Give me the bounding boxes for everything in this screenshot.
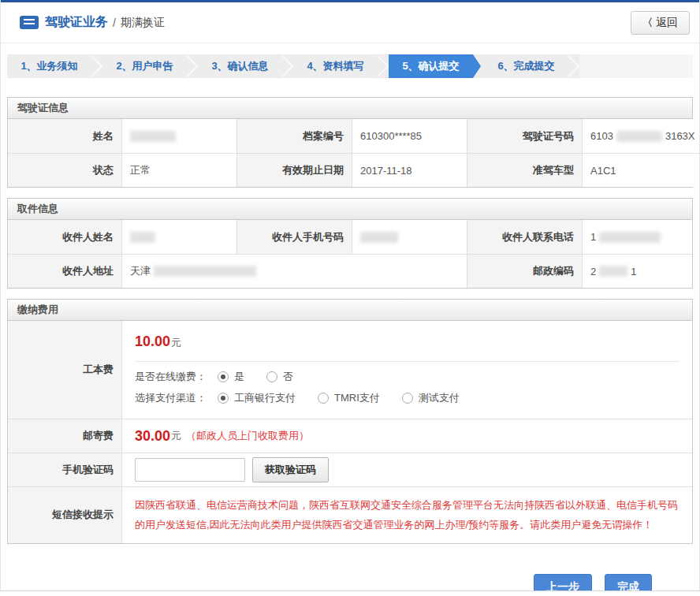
previous-step-button[interactable]: 上一步: [534, 574, 592, 591]
page: 驾驶证业务 / 期满换证 〈 返回 1、业务须知 2、用户申告 3、确认信息 4…: [0, 0, 700, 591]
sms-code-label: 手机验证码: [8, 453, 121, 486]
radio-icon[interactable]: [218, 371, 229, 382]
recipient-phone-value: 1: [582, 220, 692, 254]
get-code-button[interactable]: 获取验证码: [252, 457, 329, 482]
fees-header: 缴纳费用: [8, 300, 692, 321]
pickup-info-section: 取件信息 收件人姓名 收件人手机号码 收件人联系电话 1 收件人地址 天津 邮政…: [7, 198, 693, 289]
production-fee-amount: 10.00: [135, 333, 170, 349]
redacted-name: [130, 131, 176, 142]
step-separator-icon: [91, 54, 102, 78]
redacted-recipient-mobile: [360, 232, 398, 243]
production-fee-amount-row: 10.00元: [135, 329, 680, 362]
license-info-header: 驾驶证信息: [8, 98, 692, 119]
radio-icon[interactable]: [266, 371, 277, 382]
redacted-recipient-name: [130, 232, 155, 243]
step-tab-3[interactable]: 3、确认信息: [198, 54, 282, 78]
back-arrow-icon: 〈: [642, 16, 653, 30]
radio-icon[interactable]: [318, 393, 329, 404]
name-value: [121, 119, 236, 153]
recipient-name-value: [121, 220, 236, 254]
online-payment-row: 是否在线缴费： 是 否: [135, 370, 680, 384]
recipient-address-prefix: 天津: [130, 264, 151, 278]
channel-tmri-label: TMRI支付: [334, 391, 380, 405]
expiry-value: 2017-11-18: [352, 153, 467, 187]
mail-fee-amount: 30.00: [135, 428, 170, 445]
step-tab-1[interactable]: 1、业务须知: [7, 54, 91, 78]
mail-fee-unit: 元: [171, 429, 181, 443]
header: 驾驶证业务 / 期满换证 〈 返回: [1, 2, 699, 43]
step-separator-icon: [568, 54, 579, 78]
radio-icon[interactable]: [218, 393, 229, 404]
channel-test-option[interactable]: 测试支付: [402, 391, 460, 405]
online-pay-no-label: 否: [283, 370, 293, 384]
online-pay-yes-option[interactable]: 是: [218, 370, 244, 384]
step-tab-5-active[interactable]: 5、确认提交: [389, 54, 473, 78]
postal-code-label: 邮政编码: [467, 254, 582, 288]
fees-table: 工本费 10.00元 是否在线缴费： 是 否 选: [8, 321, 692, 543]
recipient-name-label: 收件人姓名: [8, 220, 121, 254]
payment-channel-question: 选择支付渠道：: [135, 391, 207, 405]
step-separator-icon: [378, 54, 389, 78]
sms-code-cell: 获取验证码: [121, 453, 692, 486]
sms-code-input[interactable]: [135, 458, 245, 482]
sms-tip-text: 因陕西省联通、电信运营商技术问题，陕西省互联网交通安全综合服务管理平台无法向持陕…: [135, 495, 680, 535]
channel-test-label: 测试支付: [419, 391, 460, 405]
online-pay-no-option[interactable]: 否: [266, 370, 293, 384]
radio-icon[interactable]: [402, 393, 413, 404]
redacted-license-no: [616, 131, 662, 142]
production-fee-unit: 元: [171, 337, 181, 348]
mail-fee-value: 30.00元 （邮政人员上门收取费用）: [121, 419, 692, 453]
recipient-mobile-label: 收件人手机号码: [236, 220, 352, 254]
vehicle-class-value: A1C1: [582, 153, 700, 187]
mail-fee-label: 邮寄费: [8, 419, 121, 453]
redacted-recipient-address: [154, 266, 256, 277]
license-no-label: 驾驶证号码: [467, 119, 582, 153]
channel-icbc-option[interactable]: 工商银行支付: [218, 391, 296, 405]
step-bar-filler: [579, 54, 693, 78]
online-payment-question: 是否在线缴费：: [135, 370, 207, 384]
step-bar: 1、业务须知 2、用户申告 3、确认信息 4、资料填写 5、确认提交 6、完成提…: [7, 54, 693, 78]
expiry-label: 有效期止日期: [236, 153, 352, 187]
status-value: 正常: [121, 153, 236, 187]
file-no-value: 610300****85: [352, 119, 467, 153]
step-separator-icon: [187, 54, 198, 78]
postal-code-suffix: 1: [631, 266, 636, 278]
recipient-address-label: 收件人地址: [8, 254, 121, 288]
license-info-table: 姓名 档案编号 610300****85 驾驶证号码 6103 3163X 状态…: [8, 119, 692, 187]
name-label: 姓名: [8, 119, 121, 153]
file-no-label: 档案编号: [236, 119, 352, 153]
channel-icbc-label: 工商银行支付: [234, 391, 296, 405]
step-tab-4[interactable]: 4、资料填写: [293, 54, 378, 78]
recipient-phone-label: 收件人联系电话: [467, 220, 582, 254]
redacted-postal-code: [599, 266, 627, 277]
status-label: 状态: [8, 153, 121, 187]
recipient-address-value: 天津: [121, 254, 467, 288]
production-fee-label: 工本费: [8, 321, 121, 419]
step-tab-6[interactable]: 6、完成提交: [484, 54, 568, 78]
postal-code-value: 2 1: [582, 254, 692, 288]
production-fee-value: 10.00元 是否在线缴费： 是 否 选择支付渠道：: [121, 321, 692, 419]
page-subtitle: 期满换证: [121, 16, 165, 30]
recipient-phone-prefix: 1: [590, 231, 596, 243]
license-no-value: 6103 3163X: [582, 119, 700, 153]
postal-code-prefix: 2: [590, 266, 596, 278]
mail-fee-note: （邮政人员上门收取费用）: [186, 429, 309, 443]
license-info-section: 驾驶证信息 姓名 档案编号 610300****85 驾驶证号码 6103 31…: [7, 97, 693, 188]
payment-channel-row: 选择支付渠道： 工商银行支付 TMRI支付 测试支付: [135, 391, 680, 405]
back-button[interactable]: 〈 返回: [631, 11, 690, 35]
license-no-suffix: 3163X: [665, 130, 695, 142]
pickup-info-header: 取件信息: [8, 199, 692, 220]
step-tab-2[interactable]: 2、用户申告: [102, 54, 187, 78]
fees-section: 缴纳费用 工本费 10.00元 是否在线缴费： 是 否: [7, 299, 693, 544]
redacted-recipient-phone: [599, 232, 661, 243]
sms-tip-cell: 因陕西省联通、电信运营商技术问题，陕西省互联网交通安全综合服务管理平台无法向持陕…: [121, 486, 692, 543]
recipient-mobile-value: [352, 220, 467, 254]
online-pay-yes-label: 是: [234, 370, 244, 384]
finish-button[interactable]: 完成: [605, 574, 652, 591]
page-title[interactable]: 驾驶证业务: [45, 14, 108, 31]
channel-tmri-option[interactable]: TMRI支付: [318, 391, 380, 405]
license-menu-icon: [20, 16, 39, 29]
sms-tip-label: 短信接收提示: [8, 486, 121, 543]
license-no-prefix: 6103: [590, 130, 613, 142]
vehicle-class-label: 准驾车型: [467, 153, 582, 187]
